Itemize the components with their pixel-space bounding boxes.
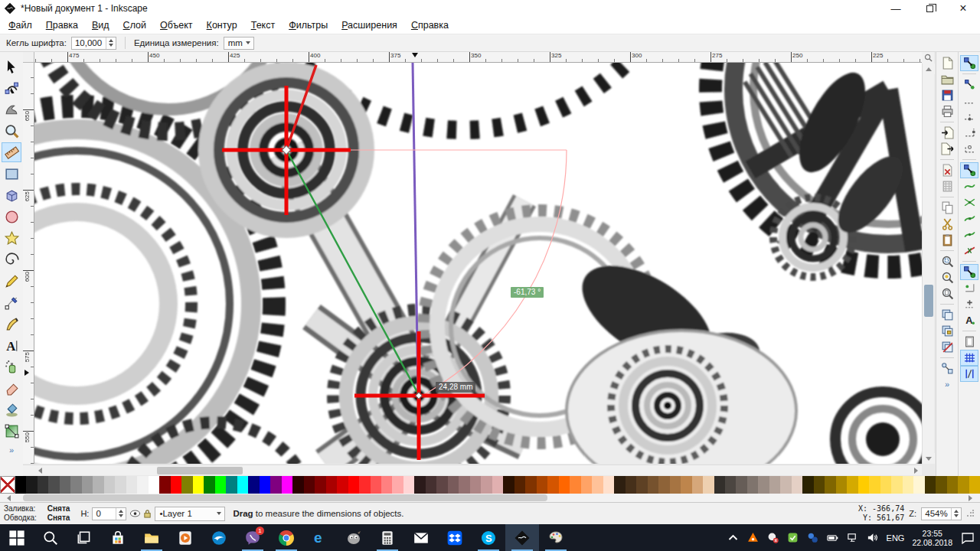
snap-bounding-box-toggle[interactable] bbox=[960, 77, 978, 93]
snap-page-border-toggle[interactable] bbox=[960, 334, 978, 350]
spray-tool[interactable] bbox=[2, 357, 21, 377]
font-size-spinner[interactable] bbox=[106, 37, 116, 49]
color-swatch[interactable] bbox=[825, 476, 835, 494]
color-swatch[interactable] bbox=[159, 476, 170, 494]
menu-item[interactable]: Объект bbox=[153, 18, 200, 32]
color-swatch[interactable] bbox=[359, 476, 370, 494]
color-swatch[interactable] bbox=[925, 476, 936, 494]
color-swatch[interactable] bbox=[248, 476, 259, 494]
taskbar-dropbox[interactable] bbox=[438, 524, 472, 551]
taskbar-viber[interactable]: 1 bbox=[236, 524, 270, 551]
spiral-tool[interactable] bbox=[2, 249, 21, 269]
layer-visibility-icon[interactable] bbox=[129, 509, 141, 518]
color-swatch[interactable] bbox=[836, 476, 847, 494]
text-tool[interactable]: A bbox=[2, 335, 21, 355]
node-tool[interactable] bbox=[2, 78, 21, 98]
color-swatch[interactable] bbox=[436, 476, 447, 494]
color-swatch[interactable] bbox=[337, 476, 348, 494]
snap-midpoints-toggle[interactable] bbox=[960, 243, 978, 259]
opacity-spinner[interactable] bbox=[116, 508, 126, 520]
color-swatch[interactable] bbox=[880, 476, 891, 494]
color-swatch[interactable] bbox=[537, 476, 547, 494]
color-swatch[interactable] bbox=[681, 476, 691, 494]
task-view-button[interactable] bbox=[67, 524, 101, 551]
color-swatch[interactable] bbox=[658, 476, 669, 494]
create-clone-button[interactable] bbox=[938, 323, 956, 339]
vertical-scrollbar[interactable] bbox=[922, 52, 934, 464]
color-swatch[interactable] bbox=[780, 476, 791, 494]
open-document-button[interactable] bbox=[938, 71, 956, 87]
snap-bbox-edge-midpoints-toggle[interactable] bbox=[960, 125, 978, 141]
horizontal-scrollbar-thumb[interactable] bbox=[157, 467, 243, 474]
menu-item[interactable]: Слой bbox=[116, 18, 153, 32]
color-swatch[interactable] bbox=[503, 476, 514, 494]
language-indicator[interactable]: ENG bbox=[887, 533, 905, 543]
zoom-spinbox[interactable]: 454% bbox=[921, 507, 962, 520]
color-swatch[interactable] bbox=[614, 476, 625, 494]
color-swatch[interactable] bbox=[193, 476, 204, 494]
paint-bucket-tool[interactable] bbox=[2, 399, 21, 419]
color-swatch[interactable] bbox=[947, 476, 958, 494]
gradient-tool[interactable] bbox=[2, 421, 21, 441]
menu-item[interactable]: Текст bbox=[244, 18, 282, 32]
horizontal-ruler[interactable]: 475450425400375350325300275250225 bbox=[34, 52, 922, 63]
menu-item[interactable]: Справка bbox=[404, 18, 456, 32]
color-swatch[interactable] bbox=[636, 476, 647, 494]
battery-tray-icon[interactable] bbox=[827, 532, 839, 544]
color-swatch[interactable] bbox=[60, 476, 70, 494]
color-swatch[interactable] bbox=[547, 476, 558, 494]
unit-dropdown[interactable]: mm bbox=[224, 37, 254, 50]
resize-grip[interactable] bbox=[966, 510, 974, 517]
xml-editor-button[interactable] bbox=[938, 360, 956, 377]
color-swatch[interactable] bbox=[237, 476, 248, 494]
color-swatch[interactable] bbox=[692, 476, 703, 494]
taskbar-chrome[interactable] bbox=[270, 524, 303, 551]
color-swatch[interactable] bbox=[304, 476, 315, 494]
taskbar-file-explorer[interactable] bbox=[135, 524, 168, 551]
scroll-right-button[interactable] bbox=[910, 465, 922, 476]
pencil-tool[interactable] bbox=[2, 271, 21, 291]
measure-tool[interactable] bbox=[2, 142, 21, 162]
toolbox-overflow-button[interactable]: » bbox=[9, 445, 14, 455]
color-swatch[interactable] bbox=[913, 476, 924, 494]
taskbar-clock[interactable]: 23:55 22.08.2018 bbox=[912, 529, 952, 547]
color-swatch[interactable] bbox=[392, 476, 403, 494]
zoom-corner-button[interactable] bbox=[922, 52, 934, 64]
menu-item[interactable]: Расширения bbox=[335, 18, 404, 32]
color-swatch[interactable] bbox=[15, 476, 26, 494]
color-swatch[interactable] bbox=[525, 476, 536, 494]
palette-scrollbar-thumb[interactable] bbox=[23, 494, 547, 501]
snap-cusp-nodes-toggle[interactable] bbox=[960, 210, 978, 227]
zoom-page-button[interactable] bbox=[938, 285, 956, 302]
opacity-spinbox[interactable]: 0 bbox=[92, 507, 126, 520]
box3d-tool[interactable] bbox=[2, 185, 21, 205]
taskbar-skype[interactable]: S bbox=[472, 524, 505, 551]
color-swatch[interactable] bbox=[70, 476, 81, 494]
color-swatch[interactable] bbox=[215, 476, 226, 494]
taskbar-calculator[interactable] bbox=[371, 524, 404, 551]
color-swatch[interactable] bbox=[414, 476, 425, 494]
snap-rotation-centers-toggle[interactable] bbox=[960, 296, 978, 312]
scroll-down-button[interactable] bbox=[923, 453, 935, 464]
save-button[interactable] bbox=[938, 87, 956, 103]
selector-tool[interactable] bbox=[2, 57, 21, 77]
color-swatch[interactable] bbox=[592, 476, 603, 494]
fill-stroke-indicator[interactable]: Заливка: Снята Обводка: Снята bbox=[4, 504, 70, 523]
color-swatch[interactable] bbox=[814, 476, 825, 494]
snap-grid-toggle[interactable] bbox=[960, 350, 978, 366]
eraser-tool[interactable] bbox=[2, 378, 21, 398]
color-swatch[interactable] bbox=[603, 476, 614, 494]
scroll-up-button[interactable] bbox=[923, 64, 935, 74]
snap-bbox-corners-toggle[interactable] bbox=[960, 109, 978, 125]
color-swatch[interactable] bbox=[559, 476, 570, 494]
taskbar-store[interactable] bbox=[101, 524, 135, 551]
color-swatch[interactable] bbox=[226, 476, 237, 494]
layer-lock-icon[interactable] bbox=[143, 509, 152, 519]
zoom-selection-button[interactable] bbox=[938, 253, 956, 269]
color-swatch[interactable] bbox=[847, 476, 858, 494]
color-swatch[interactable] bbox=[936, 476, 946, 494]
color-swatch[interactable] bbox=[648, 476, 658, 494]
color-swatch[interactable] bbox=[903, 476, 913, 494]
canvas[interactable]: -61,73 ° 24,28 mm bbox=[34, 63, 922, 464]
color-swatch[interactable] bbox=[82, 476, 93, 494]
